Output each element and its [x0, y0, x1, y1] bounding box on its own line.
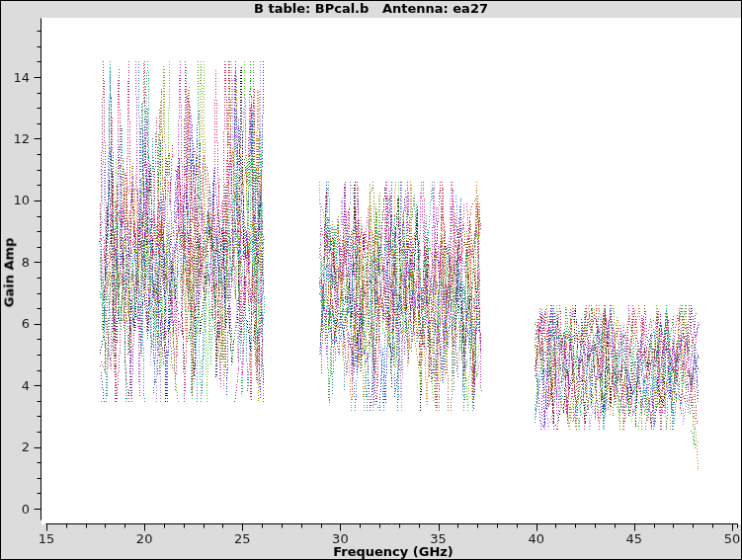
y-axis-label: Gain Amp	[2, 238, 17, 308]
x-axis-label: Frequency (GHz)	[333, 544, 453, 559]
chart-canvas[interactable]	[0, 0, 742, 560]
plot-window: B table: BPcal.b Antenna: ea27 Frequency…	[0, 0, 742, 560]
plot-title: B table: BPcal.b Antenna: ea27	[0, 1, 742, 16]
